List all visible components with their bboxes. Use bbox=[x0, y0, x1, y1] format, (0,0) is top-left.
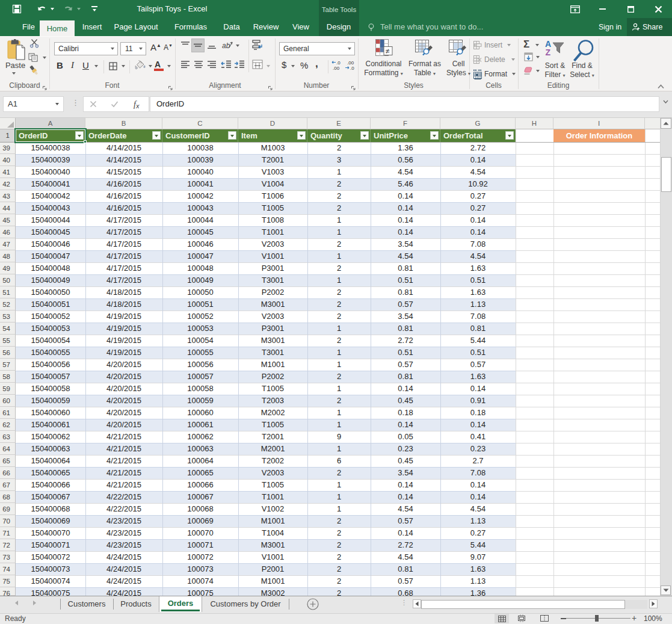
svg-text:.0: .0 bbox=[350, 66, 354, 70]
svg-text:.0: .0 bbox=[336, 60, 341, 66]
svg-text:.00: .00 bbox=[347, 60, 354, 66]
svg-text:Z: Z bbox=[546, 48, 551, 57]
svg-text:≠: ≠ bbox=[386, 47, 390, 55]
svg-text:.00: .00 bbox=[333, 66, 340, 70]
svg-text:ab: ab bbox=[222, 42, 230, 50]
